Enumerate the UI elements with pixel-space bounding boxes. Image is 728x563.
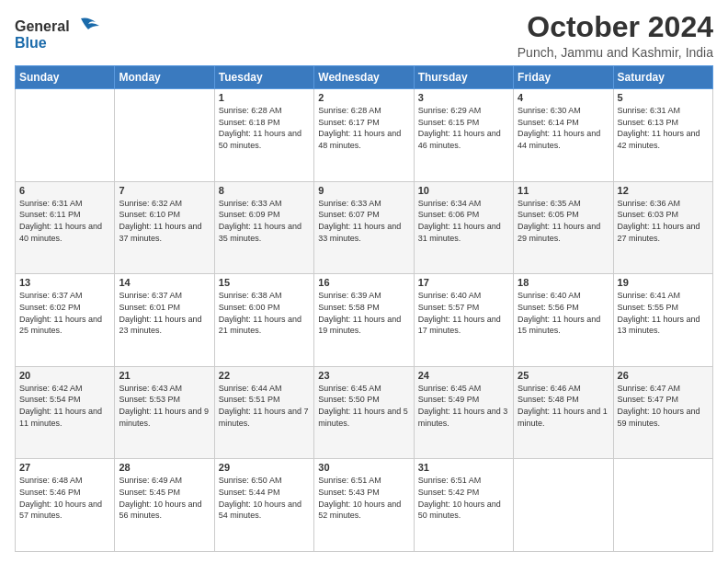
- day-content: Sunrise: 6:40 AMSunset: 5:56 PMDaylight:…: [518, 290, 609, 336]
- day-content: Sunrise: 6:36 AMSunset: 6:03 PMDaylight:…: [618, 198, 709, 244]
- day-number: 24: [418, 370, 509, 381]
- calendar-cell: 22Sunrise: 6:44 AMSunset: 5:51 PMDayligh…: [214, 366, 313, 459]
- title-block: October 2024 Punch, Jammu and Kashmir, I…: [518, 11, 713, 60]
- day-number: 2: [318, 92, 409, 103]
- calendar-week-row: 1Sunrise: 6:28 AMSunset: 6:18 PMDaylight…: [16, 89, 713, 182]
- day-number: 30: [318, 462, 409, 473]
- calendar-cell: 15Sunrise: 6:38 AMSunset: 6:00 PMDayligh…: [214, 274, 313, 367]
- calendar-cell: [613, 459, 712, 552]
- day-number: 7: [119, 185, 210, 196]
- calendar-table: SundayMondayTuesdayWednesdayThursdayFrid…: [15, 65, 713, 552]
- logo: General Blue: [15, 15, 107, 59]
- day-content: Sunrise: 6:38 AMSunset: 6:00 PMDaylight:…: [219, 290, 310, 336]
- day-content: Sunrise: 6:39 AMSunset: 5:58 PMDaylight:…: [318, 290, 409, 336]
- day-number: 26: [618, 370, 709, 381]
- calendar-cell: 23Sunrise: 6:45 AMSunset: 5:50 PMDayligh…: [314, 366, 414, 459]
- day-number: 4: [518, 92, 609, 103]
- day-number: 31: [418, 462, 509, 473]
- svg-text:Blue: Blue: [15, 35, 47, 51]
- day-number: 28: [119, 462, 210, 473]
- day-content: Sunrise: 6:33 AMSunset: 6:07 PMDaylight:…: [318, 198, 409, 244]
- calendar-cell: 5Sunrise: 6:31 AMSunset: 6:13 PMDaylight…: [613, 89, 712, 182]
- day-content: Sunrise: 6:28 AMSunset: 6:18 PMDaylight:…: [219, 105, 310, 151]
- day-number: 10: [418, 185, 509, 196]
- day-number: 12: [618, 185, 709, 196]
- calendar-cell: 7Sunrise: 6:32 AMSunset: 6:10 PMDaylight…: [115, 181, 214, 274]
- calendar-week-row: 20Sunrise: 6:42 AMSunset: 5:54 PMDayligh…: [16, 366, 713, 459]
- day-number: 15: [219, 277, 310, 288]
- day-content: Sunrise: 6:51 AMSunset: 5:43 PMDaylight:…: [318, 475, 409, 521]
- day-content: Sunrise: 6:42 AMSunset: 5:54 PMDaylight:…: [19, 383, 110, 429]
- calendar-cell: 13Sunrise: 6:37 AMSunset: 6:02 PMDayligh…: [16, 274, 115, 367]
- subtitle: Punch, Jammu and Kashmir, India: [518, 45, 713, 60]
- calendar-cell: 11Sunrise: 6:35 AMSunset: 6:05 PMDayligh…: [514, 181, 613, 274]
- calendar-cell: 18Sunrise: 6:40 AMSunset: 5:56 PMDayligh…: [514, 274, 613, 367]
- day-content: Sunrise: 6:33 AMSunset: 6:09 PMDaylight:…: [219, 198, 310, 244]
- day-content: Sunrise: 6:31 AMSunset: 6:11 PMDaylight:…: [19, 198, 110, 244]
- day-content: Sunrise: 6:44 AMSunset: 5:51 PMDaylight:…: [219, 383, 310, 429]
- day-content: Sunrise: 6:49 AMSunset: 5:45 PMDaylight:…: [119, 475, 210, 521]
- day-content: Sunrise: 6:28 AMSunset: 6:17 PMDaylight:…: [318, 105, 409, 151]
- logo-text: General Blue: [15, 15, 107, 59]
- day-content: Sunrise: 6:41 AMSunset: 5:55 PMDaylight:…: [618, 290, 709, 336]
- day-content: Sunrise: 6:34 AMSunset: 6:06 PMDaylight:…: [418, 198, 509, 244]
- calendar-cell: 27Sunrise: 6:48 AMSunset: 5:46 PMDayligh…: [16, 459, 115, 552]
- calendar-cell: 9Sunrise: 6:33 AMSunset: 6:07 PMDaylight…: [314, 181, 414, 274]
- day-number: 16: [318, 277, 409, 288]
- day-content: Sunrise: 6:37 AMSunset: 6:02 PMDaylight:…: [19, 290, 110, 336]
- day-content: Sunrise: 6:46 AMSunset: 5:48 PMDaylight:…: [518, 383, 609, 429]
- calendar-cell: 1Sunrise: 6:28 AMSunset: 6:18 PMDaylight…: [214, 89, 313, 182]
- day-of-week-header: Saturday: [613, 66, 712, 89]
- day-number: 17: [418, 277, 509, 288]
- day-content: Sunrise: 6:30 AMSunset: 6:14 PMDaylight:…: [518, 105, 609, 151]
- header: General Blue October 2024 Punch, Jammu a…: [15, 11, 713, 60]
- day-content: Sunrise: 6:51 AMSunset: 5:42 PMDaylight:…: [418, 475, 509, 521]
- day-content: Sunrise: 6:45 AMSunset: 5:49 PMDaylight:…: [418, 383, 509, 429]
- day-number: 21: [119, 370, 210, 381]
- calendar-cell: 26Sunrise: 6:47 AMSunset: 5:47 PMDayligh…: [613, 366, 712, 459]
- day-of-week-header: Sunday: [16, 66, 115, 89]
- day-content: Sunrise: 6:31 AMSunset: 6:13 PMDaylight:…: [618, 105, 709, 151]
- month-title: October 2024: [518, 11, 713, 43]
- calendar-cell: 6Sunrise: 6:31 AMSunset: 6:11 PMDaylight…: [16, 181, 115, 274]
- calendar-cell: 28Sunrise: 6:49 AMSunset: 5:45 PMDayligh…: [115, 459, 214, 552]
- day-number: 27: [19, 462, 110, 473]
- calendar-cell: 20Sunrise: 6:42 AMSunset: 5:54 PMDayligh…: [16, 366, 115, 459]
- day-number: 11: [518, 185, 609, 196]
- calendar-cell: 14Sunrise: 6:37 AMSunset: 6:01 PMDayligh…: [115, 274, 214, 367]
- page: General Blue October 2024 Punch, Jammu a…: [0, 0, 728, 563]
- calendar-cell: 17Sunrise: 6:40 AMSunset: 5:57 PMDayligh…: [414, 274, 513, 367]
- day-number: 19: [618, 277, 709, 288]
- calendar-cell: 29Sunrise: 6:50 AMSunset: 5:44 PMDayligh…: [214, 459, 313, 552]
- day-number: 29: [219, 462, 310, 473]
- day-content: Sunrise: 6:50 AMSunset: 5:44 PMDaylight:…: [219, 475, 310, 521]
- svg-text:General: General: [15, 18, 70, 34]
- calendar-cell: 2Sunrise: 6:28 AMSunset: 6:17 PMDaylight…: [314, 89, 414, 182]
- day-number: 23: [318, 370, 409, 381]
- day-of-week-header: Friday: [514, 66, 613, 89]
- day-number: 18: [518, 277, 609, 288]
- calendar-cell: 12Sunrise: 6:36 AMSunset: 6:03 PMDayligh…: [613, 181, 712, 274]
- day-of-week-header: Wednesday: [314, 66, 414, 89]
- day-number: 1: [219, 92, 310, 103]
- day-content: Sunrise: 6:47 AMSunset: 5:47 PMDaylight:…: [618, 383, 709, 429]
- calendar-week-row: 6Sunrise: 6:31 AMSunset: 6:11 PMDaylight…: [16, 181, 713, 274]
- calendar-cell: 24Sunrise: 6:45 AMSunset: 5:49 PMDayligh…: [414, 366, 513, 459]
- calendar-cell: 3Sunrise: 6:29 AMSunset: 6:15 PMDaylight…: [414, 89, 513, 182]
- day-number: 22: [219, 370, 310, 381]
- calendar-cell: 10Sunrise: 6:34 AMSunset: 6:06 PMDayligh…: [414, 181, 513, 274]
- day-number: 13: [19, 277, 110, 288]
- day-number: 3: [418, 92, 509, 103]
- day-content: Sunrise: 6:48 AMSunset: 5:46 PMDaylight:…: [19, 475, 110, 521]
- calendar-week-row: 27Sunrise: 6:48 AMSunset: 5:46 PMDayligh…: [16, 459, 713, 552]
- day-of-week-header: Tuesday: [214, 66, 313, 89]
- day-number: 9: [318, 185, 409, 196]
- calendar-cell: [115, 89, 214, 182]
- day-content: Sunrise: 6:45 AMSunset: 5:50 PMDaylight:…: [318, 383, 409, 429]
- day-of-week-header: Thursday: [414, 66, 513, 89]
- day-number: 6: [19, 185, 110, 196]
- calendar-week-row: 13Sunrise: 6:37 AMSunset: 6:02 PMDayligh…: [16, 274, 713, 367]
- day-content: Sunrise: 6:35 AMSunset: 6:05 PMDaylight:…: [518, 198, 609, 244]
- day-content: Sunrise: 6:43 AMSunset: 5:53 PMDaylight:…: [119, 383, 210, 429]
- day-number: 8: [219, 185, 310, 196]
